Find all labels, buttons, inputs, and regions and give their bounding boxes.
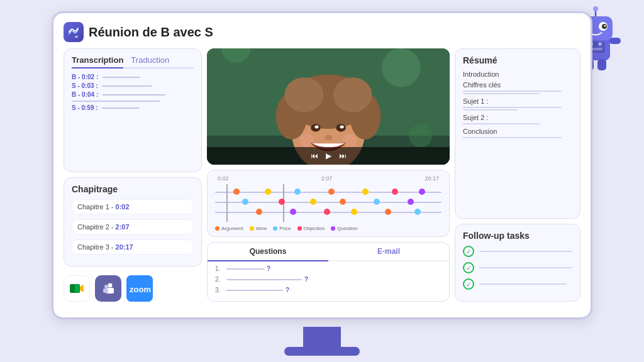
transcript-line-3: B - 0:04 : <box>72 91 194 98</box>
followup-item-1: ✓ <box>463 246 572 257</box>
timeline-times: 0:02 2:07 20:17 <box>215 175 441 182</box>
followup-panel: Follow-up tasks ✓ ✓ ✓ <box>455 224 580 302</box>
questions-panel: Questions E-mail 1. ? 2. ? <box>207 242 450 302</box>
speaker-s-1: S - 0:03 : <box>72 82 98 89</box>
dot-argument-1 <box>233 189 240 195</box>
dot-objection-3 <box>324 209 330 215</box>
followup-bar-3 <box>479 283 567 285</box>
q-bar-3 <box>226 290 283 291</box>
microsoft-teams-icon[interactable] <box>95 275 121 302</box>
google-meet-icon[interactable] <box>64 275 90 302</box>
svg-point-33 <box>382 48 421 87</box>
chapitrage-title: Chapitrage <box>72 184 194 194</box>
legend-price: Price <box>273 226 291 231</box>
svg-rect-13 <box>597 59 606 70</box>
svg-point-41 <box>285 77 324 112</box>
dot-wow-4 <box>351 209 357 215</box>
legend-label-objection: Objection <box>304 226 325 231</box>
legend-dot-argument <box>215 226 219 231</box>
dot-wow-2 <box>362 189 369 195</box>
resume-line-sujet1-1 <box>463 107 562 108</box>
monitor-base <box>284 347 360 356</box>
followup-bar-2 <box>479 267 572 268</box>
dot-price-3 <box>374 199 380 205</box>
dot-argument-4 <box>256 209 262 215</box>
time-mid: 2:07 <box>321 175 333 182</box>
svg-point-34 <box>409 124 432 147</box>
main-grid: Transcription Traduction B - 0:02 : S - … <box>64 48 580 306</box>
resume-line-conclusion-1 <box>463 137 562 138</box>
svg-point-49 <box>343 134 357 148</box>
transcript-line-2: S - 0:03 : <box>72 82 194 89</box>
tab-questions[interactable]: Questions <box>208 243 328 261</box>
timeline-track <box>215 184 441 222</box>
zoom-icon[interactable]: zoom <box>126 275 153 302</box>
dot-wow-3 <box>310 199 316 205</box>
dot-argument-3 <box>340 199 346 205</box>
resume-section-chiffres: Chiffres clés <box>463 81 572 89</box>
transcript-bar-4 <box>102 107 140 109</box>
dot-price-1 <box>294 189 301 195</box>
question-row-1: 1. ? <box>215 265 441 272</box>
legend-argument: Argument <box>215 226 243 231</box>
dot-price-2 <box>242 199 248 205</box>
dot-price-4 <box>414 209 421 215</box>
transcript-bar-2 <box>102 85 152 87</box>
resume-conclusion: Conclusion <box>463 128 572 138</box>
svg-point-24 <box>108 283 113 288</box>
tab-email[interactable]: E-mail <box>328 243 449 261</box>
svg-point-45 <box>314 126 318 129</box>
chapitrage-panel: Chapitrage Chapitre 1 - 0:02 Chapitre 2 … <box>64 177 202 266</box>
tab-transcription[interactable]: Transcription <box>72 55 123 69</box>
resume-chiffres: Chiffres clés <box>463 81 572 94</box>
dot-question-3 <box>290 209 296 215</box>
transcript-bar-3 <box>103 94 165 96</box>
q-num-1: 1. <box>215 265 224 272</box>
resume-title: Résumé <box>463 55 572 65</box>
speaker-s-2: S - 0:59 : <box>72 104 98 111</box>
dot-objection-1 <box>392 189 398 195</box>
q-num-2: 2. <box>215 276 224 283</box>
time-end: 20:17 <box>425 175 439 182</box>
speaker-b-1: B - 0:02 : <box>72 74 98 80</box>
transcript-long-bar <box>72 101 160 102</box>
video-next-button[interactable]: ⏭ <box>339 151 347 160</box>
video-play-button[interactable]: ▶ <box>326 151 331 160</box>
svg-point-46 <box>340 126 344 129</box>
followup-item-3: ✓ <box>463 278 572 290</box>
followup-item-2: ✓ <box>463 262 572 273</box>
q-bar-1 <box>226 268 264 270</box>
transcript-line-4: S - 0:59 : <box>72 104 194 111</box>
transcript-bar-1 <box>103 77 140 78</box>
chapter-item-2: Chapitre 2 - 2:07 <box>72 219 194 234</box>
svg-marker-21 <box>80 285 84 292</box>
timeline-legend: Argument Wow Price Objection <box>215 226 441 231</box>
resume-section-introduction: Introduction <box>463 70 572 78</box>
legend-label-question: Question <box>337 226 357 231</box>
legend-objection: Objection <box>297 226 325 231</box>
dot-argument-2 <box>328 189 335 195</box>
question-row-3: 3. ? <box>215 287 441 293</box>
svg-text:ai: ai <box>75 35 78 38</box>
resume-section-conclusion: Conclusion <box>463 128 572 135</box>
video-prev-button[interactable]: ⏮ <box>311 151 318 160</box>
tab-traduction[interactable]: Traduction <box>131 55 169 65</box>
monitor-screen: ai Réunion de B avec S Transcription Tra… <box>52 11 592 319</box>
time-start: 0:02 <box>218 175 229 182</box>
dot-question-2 <box>408 199 414 205</box>
resume-line-sujet1-2 <box>463 109 518 111</box>
legend-label-argument: Argument <box>221 226 243 231</box>
chapter-3-time: 20:17 <box>116 243 133 251</box>
svg-text:zoom: zoom <box>130 285 151 294</box>
legend-question: Question <box>331 226 357 231</box>
tab-row: Transcription Traduction <box>72 55 194 69</box>
svg-rect-22 <box>70 285 75 292</box>
q-mark-2: ? <box>304 276 308 283</box>
svg-point-47 <box>325 134 332 140</box>
resume-section-sujet1: Sujet 1 : <box>463 97 572 105</box>
resume-line-chiffres-1 <box>463 90 562 92</box>
timeline-cursor-1 <box>226 184 228 222</box>
check-icon-2: ✓ <box>463 262 474 273</box>
legend-wow: Wow <box>250 226 267 231</box>
resume-line-sujet2-1 <box>463 123 540 124</box>
